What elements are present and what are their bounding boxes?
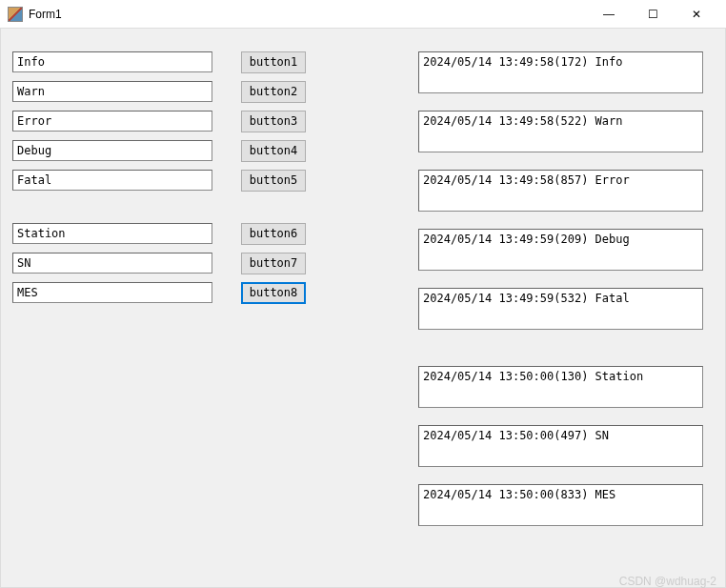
button1[interactable]: button1 <box>241 51 306 73</box>
titlebar: Form1 — ☐ ✕ <box>0 0 726 29</box>
minimize-button[interactable]: — <box>587 0 631 29</box>
log-mes[interactable]: 2024/05/14 13:50:00(833) MES <box>418 484 703 526</box>
input-station[interactable] <box>12 223 212 244</box>
log-debug[interactable]: 2024/05/14 13:49:59(209) Debug <box>418 229 703 271</box>
log-warn[interactable]: 2024/05/14 13:49:58(522) Warn <box>418 111 703 152</box>
input-sn[interactable] <box>12 253 212 274</box>
log-error[interactable]: 2024/05/14 13:49:58(857) Error <box>418 170 703 212</box>
close-button[interactable]: ✕ <box>675 0 718 29</box>
input-info[interactable] <box>12 51 212 72</box>
button6[interactable]: button6 <box>241 223 306 245</box>
input-fatal[interactable] <box>12 170 212 191</box>
button4[interactable]: button4 <box>241 140 306 162</box>
button7[interactable]: button7 <box>241 253 306 274</box>
button2[interactable]: button2 <box>241 81 306 103</box>
window-title: Form1 <box>29 8 62 21</box>
button5[interactable]: button5 <box>241 170 306 192</box>
input-error[interactable] <box>12 111 212 132</box>
button8[interactable]: button8 <box>241 282 306 304</box>
watermark: CSDN @wdhuag-2 <box>619 575 716 588</box>
log-info[interactable]: 2024/05/14 13:49:58(172) Info <box>418 51 703 93</box>
app-icon <box>8 7 23 22</box>
input-debug[interactable] <box>12 140 212 161</box>
input-mes[interactable] <box>12 282 212 303</box>
maximize-button[interactable]: ☐ <box>631 0 675 29</box>
client-area: button1 button2 button3 button4 button5 … <box>0 29 726 588</box>
log-sn[interactable]: 2024/05/14 13:50:00(497) SN <box>418 425 703 467</box>
log-station[interactable]: 2024/05/14 13:50:00(130) Station <box>418 366 703 408</box>
log-fatal[interactable]: 2024/05/14 13:49:59(532) Fatal <box>418 288 703 330</box>
button3[interactable]: button3 <box>241 111 306 132</box>
input-warn[interactable] <box>12 81 212 102</box>
